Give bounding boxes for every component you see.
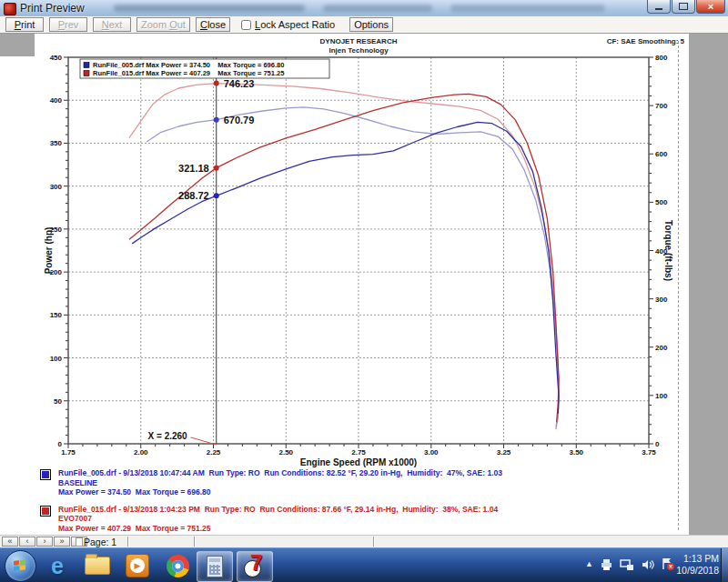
chrome-icon[interactable] bbox=[164, 553, 191, 578]
run-color-swatch-blue bbox=[40, 469, 51, 480]
minimize-icon bbox=[655, 8, 662, 10]
chart-legend: RunFile_005.drf Max Power = 374.50 Max T… bbox=[80, 59, 329, 78]
clock-time: 1:13 PM bbox=[676, 553, 719, 565]
first-page-button[interactable]: « bbox=[2, 537, 18, 547]
svg-text:350: 350 bbox=[50, 139, 63, 147]
left-axis-title: Power (hp) bbox=[44, 227, 54, 275]
dyno-chart: 1.752.002.252.502.753.003.253.503.750501… bbox=[36, 36, 673, 471]
svg-text:700: 700 bbox=[655, 102, 668, 110]
dynojet-winpep-taskbar-button[interactable]: 7 bbox=[237, 551, 273, 582]
zoom-out-button[interactable]: Zoom Out bbox=[136, 17, 190, 32]
system-tray: ▲ bbox=[585, 557, 675, 571]
svg-text:300: 300 bbox=[50, 183, 63, 191]
windows-logo-icon bbox=[14, 559, 26, 571]
svg-text:100: 100 bbox=[50, 355, 63, 363]
svg-text:2.50: 2.50 bbox=[278, 448, 293, 457]
calculator-taskbar-button[interactable] bbox=[197, 551, 233, 582]
maximize-icon bbox=[679, 3, 688, 10]
marker-dot bbox=[214, 117, 219, 123]
printer-icon[interactable] bbox=[600, 558, 613, 571]
taskbar: e ▶ 7 ▲ 1:13 PM 10/9/ bbox=[0, 547, 728, 582]
svg-text:800: 800 bbox=[655, 54, 668, 62]
file-explorer-icon[interactable] bbox=[84, 553, 111, 578]
statusbar-divider bbox=[373, 537, 375, 547]
document-icon bbox=[76, 537, 83, 547]
titlebar-glass-smudge bbox=[323, 5, 432, 12]
statusbar-divider bbox=[194, 537, 196, 547]
play-icon: ▶ bbox=[126, 554, 149, 577]
folder-icon bbox=[85, 557, 110, 575]
svg-text:100: 100 bbox=[655, 392, 668, 400]
print-preview-page: DYNOJET RESEARCH Injen Technology CF: SA… bbox=[0, 34, 728, 535]
titlebar[interactable]: Print Preview × bbox=[0, 0, 728, 17]
show-desktop-button[interactable] bbox=[721, 548, 728, 582]
taskbar-clock[interactable]: 1:13 PM 10/9/2018 bbox=[676, 553, 719, 577]
next-page-button[interactable]: Next bbox=[93, 17, 131, 32]
calculator-icon bbox=[207, 556, 223, 577]
window-title: Print Preview bbox=[20, 2, 85, 15]
run-color-swatch-red bbox=[40, 506, 51, 517]
svg-text:600: 600 bbox=[655, 150, 668, 158]
svg-text:0: 0 bbox=[655, 440, 660, 448]
svg-text:300: 300 bbox=[655, 296, 668, 304]
svg-text:3.25: 3.25 bbox=[497, 448, 511, 457]
svg-text:3.50: 3.50 bbox=[569, 448, 583, 457]
marker-dot bbox=[214, 193, 219, 198]
statusbar: « ‹ › » Page: 1 bbox=[0, 535, 728, 547]
run-max-line: Max Power = 407.29 Max Torque = 751.25 bbox=[58, 524, 622, 534]
start-button[interactable] bbox=[5, 550, 36, 582]
right-axis-title: Torque (ft-lbs) bbox=[663, 220, 673, 281]
close-window-button[interactable]: × bbox=[696, 0, 725, 14]
print-preview-toolbar: Print Prev Next Zoom Out Close Lock Aspe… bbox=[0, 16, 728, 34]
close-preview-button[interactable]: Close bbox=[196, 17, 230, 32]
prev-page-button[interactable]: Prev bbox=[49, 17, 87, 32]
marker-label: 670.79 bbox=[224, 115, 255, 125]
marker-label: 746.23 bbox=[224, 78, 255, 89]
prev-page-nav-button[interactable]: ‹ bbox=[19, 537, 35, 547]
svg-text:500: 500 bbox=[655, 198, 668, 206]
action-center-flag-icon[interactable] bbox=[661, 557, 675, 571]
internet-explorer-icon[interactable]: e bbox=[44, 553, 71, 578]
run-max-line: Max Power = 374.50 Max Torque = 696.80 bbox=[58, 487, 622, 497]
dynojet-app-icon[interactable] bbox=[4, 3, 16, 15]
run-file-line: RunFile_015.drf - 9/13/2018 1:04:23 PM R… bbox=[58, 505, 622, 515]
svg-text:50: 50 bbox=[54, 397, 62, 406]
chrome-logo-icon bbox=[167, 555, 189, 577]
svg-text:3.00: 3.00 bbox=[424, 448, 439, 457]
x-axis-title: Engine Speed (RPM x1000) bbox=[300, 457, 417, 467]
svg-text:1.75: 1.75 bbox=[61, 448, 76, 457]
run-name-line: BASELINE bbox=[58, 478, 622, 488]
lock-aspect-ratio-checkbox[interactable] bbox=[241, 20, 251, 30]
close-icon: × bbox=[708, 1, 713, 12]
window-controls: × bbox=[646, 0, 725, 14]
print-button[interactable]: Print bbox=[5, 17, 44, 32]
next-page-nav-button[interactable]: › bbox=[36, 537, 53, 547]
show-hidden-icons-button[interactable]: ▲ bbox=[585, 560, 593, 568]
clock-date: 10/9/2018 bbox=[676, 565, 719, 577]
svg-text:150: 150 bbox=[50, 311, 63, 319]
maximize-button[interactable] bbox=[672, 0, 695, 14]
svg-text:2.25: 2.25 bbox=[207, 448, 221, 457]
svg-text:RunFile_005.drf Max Power = 37: RunFile_005.drf Max Power = 374.50 Max T… bbox=[93, 61, 284, 69]
titlebar-glass-smudge bbox=[450, 5, 605, 12]
page-indicator: Page: 1 bbox=[84, 537, 116, 547]
page-margin-line bbox=[678, 41, 679, 530]
desktop-screen: Print Preview × Print Prev Next Zoom Out… bbox=[0, 0, 728, 582]
preview-background bbox=[689, 34, 728, 535]
svg-text:RunFile_015.drf Max Power = 40: RunFile_015.drf Max Power = 407.29 Max T… bbox=[93, 69, 284, 77]
svg-text:0: 0 bbox=[58, 440, 63, 448]
options-button[interactable]: Options bbox=[349, 17, 393, 32]
winpep7-icon: 7 bbox=[243, 555, 267, 578]
speaker-icon[interactable] bbox=[641, 558, 654, 571]
devices-icon[interactable] bbox=[620, 558, 634, 571]
marker-dot bbox=[214, 81, 219, 86]
last-page-button[interactable]: » bbox=[54, 537, 70, 547]
media-player-icon[interactable]: ▶ bbox=[124, 553, 151, 578]
minimize-button[interactable] bbox=[647, 0, 671, 14]
svg-text:400: 400 bbox=[50, 96, 63, 105]
run-note-baseline: RunFile_005.drf - 9/13/2018 10:47:44 AM … bbox=[40, 468, 622, 497]
run-file-line: RunFile_005.drf - 9/13/2018 10:47:44 AM … bbox=[58, 468, 622, 478]
svg-text:200: 200 bbox=[655, 344, 668, 352]
run-note-evo7007: RunFile_015.drf - 9/13/2018 1:04:23 PM R… bbox=[40, 505, 622, 534]
run-annotations: RunFile_005.drf - 9/13/2018 10:47:44 AM … bbox=[40, 468, 622, 540]
